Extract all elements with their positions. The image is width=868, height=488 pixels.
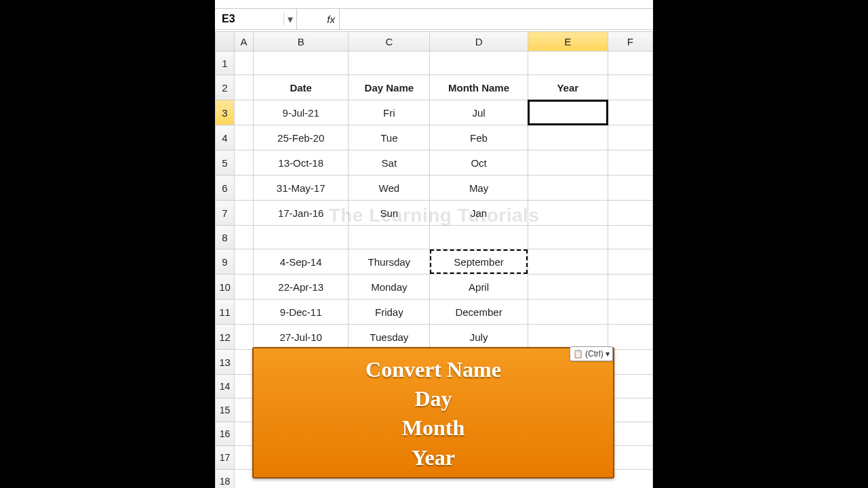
header-date[interactable]: Date — [254, 75, 349, 100]
col-header-C[interactable]: C — [349, 32, 430, 52]
row-header-1[interactable]: 1 — [216, 52, 235, 75]
cell-D5[interactable]: Oct — [430, 150, 528, 176]
row-header-7[interactable]: 7 — [216, 201, 235, 226]
cell-E6[interactable] — [528, 176, 608, 201]
row-header-8[interactable]: 8 — [216, 226, 235, 249]
cell-B6[interactable]: 31-May-17 — [254, 176, 349, 201]
cell-C4[interactable]: Tue — [349, 125, 430, 150]
header-month-name[interactable]: Month Name — [430, 75, 528, 100]
select-all-corner[interactable] — [216, 32, 235, 52]
row-header-14[interactable]: 14 — [216, 375, 235, 399]
cell-E11[interactable] — [528, 300, 608, 325]
chevron-down-icon: ▾ — [606, 349, 610, 359]
row-header-13[interactable]: 13 — [216, 350, 235, 375]
formula-input[interactable] — [340, 9, 653, 29]
banner-line-4: Year — [254, 443, 613, 472]
row-header-11[interactable]: 11 — [216, 300, 235, 325]
cell-E10[interactable] — [528, 274, 608, 300]
row-header-3[interactable]: 3 — [216, 100, 235, 125]
col-header-D[interactable]: D — [430, 32, 528, 52]
fx-icon: fx — [327, 14, 335, 25]
col-header-E[interactable]: E — [528, 32, 608, 52]
name-box-value: E3 — [215, 13, 283, 25]
row-header-6[interactable]: 6 — [216, 176, 235, 201]
cell-E4[interactable] — [528, 125, 608, 150]
banner-line-2: Day — [254, 384, 613, 413]
cell-C11[interactable]: Friday — [349, 300, 430, 325]
row-header-17[interactable]: 17 — [216, 446, 235, 470]
cell-C7[interactable]: Sun — [349, 201, 430, 226]
cell-C10[interactable]: Monday — [349, 274, 430, 300]
cell-B12[interactable]: 27-Jul-10 — [254, 325, 349, 350]
cell-E7[interactable] — [528, 201, 608, 226]
cell-B10[interactable]: 22-Apr-13 — [254, 274, 349, 300]
row-header-5[interactable]: 5 — [216, 150, 235, 176]
cell-C6[interactable]: Wed — [349, 176, 430, 201]
cell-D12[interactable]: July — [430, 325, 528, 350]
banner-line-3: Month — [254, 413, 613, 443]
cell-B3[interactable]: 9-Jul-21 — [254, 100, 349, 125]
cell-D7[interactable]: Jan — [430, 201, 528, 226]
name-box-dropdown-icon[interactable]: ▾ — [283, 13, 296, 26]
name-box[interactable]: E3 ▾ — [215, 9, 297, 29]
cell-B7[interactable]: 17-Jan-16 — [254, 201, 349, 226]
cell-C12[interactable]: Tuesday — [349, 325, 430, 350]
cell-D11[interactable]: December — [430, 300, 528, 325]
cell-D3[interactable]: Jul — [430, 100, 528, 125]
row-header-16[interactable]: 16 — [216, 422, 235, 446]
cell-E5[interactable] — [528, 150, 608, 176]
cell-E12[interactable] — [528, 325, 608, 350]
row-header-18[interactable]: 18 — [216, 470, 235, 489]
cell-B11[interactable]: 9-Dec-11 — [254, 300, 349, 325]
row-header-12[interactable]: 12 — [216, 325, 235, 350]
cell-E3[interactable] — [528, 100, 608, 125]
cell-C3[interactable]: Fri — [349, 100, 430, 125]
row-header-2[interactable]: 2 — [216, 75, 235, 100]
paste-options-smart-tag[interactable]: 📋 (Ctrl) ▾ — [570, 346, 613, 361]
col-header-A[interactable]: A — [235, 32, 254, 52]
banner-line-1: Convert Name — [254, 355, 613, 384]
formula-bar: E3 ▾ fx — [215, 8, 653, 30]
row-header-4[interactable]: 4 — [216, 125, 235, 150]
row-header-10[interactable]: 10 — [216, 274, 235, 300]
col-header-B[interactable]: B — [254, 32, 349, 52]
cell-D9[interactable]: September — [430, 249, 528, 274]
col-header-F[interactable]: F — [608, 32, 652, 52]
row-header-15[interactable]: 15 — [216, 399, 235, 422]
cell-E9[interactable] — [528, 249, 608, 274]
header-year[interactable]: Year — [528, 75, 608, 100]
header-day-name[interactable]: Day Name — [349, 75, 430, 100]
row-header-9[interactable]: 9 — [216, 249, 235, 274]
smart-tag-label: (Ctrl) — [585, 349, 604, 359]
cell-B9[interactable]: 4-Sep-14 — [254, 249, 349, 274]
cell-D6[interactable]: May — [430, 176, 528, 201]
cell-C9[interactable]: Thursday — [349, 249, 430, 274]
fx-button[interactable]: fx — [297, 9, 340, 29]
cell-D10[interactable]: April — [430, 274, 528, 300]
cell-B4[interactable]: 25-Feb-20 — [254, 125, 349, 150]
title-banner: Convert Name Day Month Year — [252, 347, 614, 479]
clipboard-icon: 📋 — [573, 349, 583, 359]
cell-D4[interactable]: Feb — [430, 125, 528, 150]
cell-B5[interactable]: 13-Oct-18 — [254, 150, 349, 176]
cell-C5[interactable]: Sat — [349, 150, 430, 176]
